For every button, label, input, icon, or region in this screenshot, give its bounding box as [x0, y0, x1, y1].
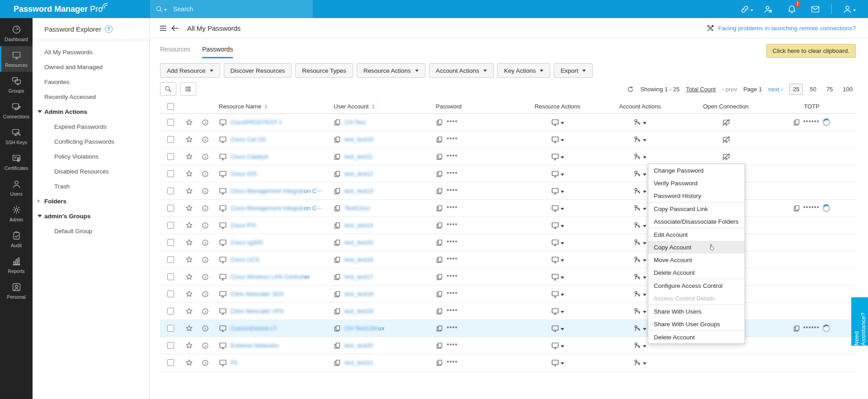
tab-passwords[interactable]: Passwords: [202, 46, 233, 58]
sidebar-item-personal[interactable]: Personal: [0, 278, 33, 304]
account-actions-dropdown[interactable]: [633, 290, 646, 298]
user-account-link[interactable]: CH-Test12lin: [344, 325, 378, 332]
select-all-checkbox[interactable]: [167, 103, 174, 110]
info-icon[interactable]: [202, 359, 209, 366]
menu-item-copy-account[interactable]: Copy Account: [648, 241, 745, 253]
info-icon[interactable]: [202, 256, 209, 263]
info-icon[interactable]: [202, 342, 209, 349]
explorer-item[interactable]: All My Passwords: [33, 45, 149, 60]
user-star-icon[interactable]: [764, 4, 774, 14]
info-icon[interactable]: [202, 136, 209, 143]
explorer-item[interactable]: Disabled Resources: [33, 164, 149, 179]
remote-link-icon[interactable]: [740, 4, 750, 14]
copy-user-icon[interactable]: [334, 291, 341, 298]
menu-item-copy-passcard-link[interactable]: Copy Passcard Link: [648, 202, 745, 215]
row-checkbox[interactable]: [167, 119, 174, 126]
resource-name-link[interactable]: Extreme Networks: [231, 342, 278, 349]
prev-page-button[interactable]: ‹ prev: [722, 86, 737, 93]
copy-user-icon[interactable]: [334, 188, 341, 195]
resource-actions-dropdown[interactable]: [551, 221, 564, 230]
resource-actions-dropdown[interactable]: [551, 239, 564, 247]
user-account-link[interactable]: test_test21: [344, 359, 373, 366]
resource-name-link[interactable]: Cisco Wireless LAN Controll: [231, 273, 304, 280]
account-actions-dropdown[interactable]: [633, 307, 646, 315]
menu-item-edit-account[interactable]: Edit Account: [648, 228, 745, 241]
sidebar-item-certificates[interactable]: Certificates: [0, 149, 33, 175]
sidebar-item-admin[interactable]: Admin: [0, 201, 33, 226]
copy-user-icon[interactable]: [334, 153, 341, 160]
next-page-button[interactable]: next ›: [768, 86, 783, 93]
remote-connections-help-link[interactable]: Facing problems in launching remote conn…: [707, 24, 856, 32]
explorer-item[interactable]: Recently Accessed: [33, 89, 149, 104]
open-connection-icon[interactable]: [722, 153, 730, 161]
explorer-item[interactable]: Trash: [33, 179, 149, 194]
resource-name-link[interactable]: Cisco Catalyst: [231, 153, 268, 160]
sidebar-item-reports[interactable]: Reports: [0, 252, 33, 278]
resource-actions-button[interactable]: Resource Actions: [357, 63, 425, 78]
resource-actions-dropdown[interactable]: [551, 136, 564, 144]
menu-item-move-account[interactable]: Move Account: [648, 253, 745, 266]
row-checkbox[interactable]: [167, 308, 174, 315]
sidebar-item-dashboard[interactable]: Dashboard: [0, 20, 33, 46]
resource-name-link[interactable]: Cisco Cat OS: [231, 136, 266, 143]
tab-resources[interactable]: Resources: [160, 46, 190, 58]
copy-password-icon[interactable]: [436, 325, 443, 332]
resource-actions-dropdown[interactable]: [551, 273, 564, 281]
favorite-star-icon[interactable]: [185, 359, 193, 366]
need-assistance-tab[interactable]: Need Assistance?: [851, 297, 868, 346]
row-checkbox[interactable]: [167, 342, 174, 349]
copy-password-icon[interactable]: [436, 273, 443, 281]
collapse-panel-icon[interactable]: [159, 24, 168, 33]
favorite-star-icon[interactable]: [185, 187, 193, 195]
resource-name-link[interactable]: Citrix Netscaler SDX: [231, 291, 284, 297]
copy-password-icon[interactable]: [436, 239, 443, 246]
account-actions-dropdown[interactable]: [633, 239, 646, 247]
menu-item-configure-access-control[interactable]: Configure Access Control: [648, 279, 745, 292]
user-account-link[interactable]: CH-Test: [344, 119, 366, 126]
row-checkbox[interactable]: [167, 325, 174, 332]
copy-password-icon[interactable]: [436, 170, 443, 178]
favorite-star-icon[interactable]: [185, 307, 193, 315]
favorite-star-icon[interactable]: [185, 290, 193, 298]
sort-user-account[interactable]: ▲▼: [372, 104, 375, 109]
account-actions-dropdown[interactable]: [633, 221, 646, 230]
row-checkbox[interactable]: [167, 205, 174, 211]
user-account-link[interactable]: TestCisco: [344, 205, 370, 211]
account-actions-dropdown[interactable]: [633, 324, 646, 333]
search-scope-caret-icon[interactable]: [164, 9, 167, 12]
user-account-link[interactable]: test_test12: [344, 170, 373, 177]
sidebar-item-connections[interactable]: Connections: [0, 98, 33, 123]
refresh-icon[interactable]: [627, 86, 634, 93]
user-account-link[interactable]: test_test16: [344, 256, 373, 263]
resource-name-link[interactable]: CiscoPRODTEST-1: [231, 119, 282, 126]
resource-name-link[interactable]: Cisco UCS: [231, 256, 259, 263]
resource-actions-dropdown[interactable]: [551, 290, 564, 298]
account-actions-dropdown[interactable]: [633, 256, 646, 264]
explorer-item[interactable]: Expired Passwords: [33, 119, 149, 134]
copy-user-icon[interactable]: [334, 136, 341, 143]
copy-user-icon[interactable]: [334, 170, 341, 178]
resource-actions-dropdown[interactable]: [551, 118, 564, 127]
copy-user-icon[interactable]: [334, 119, 341, 126]
resource-actions-dropdown[interactable]: [551, 170, 564, 178]
menu-item-change-password[interactable]: Change Password: [648, 164, 745, 177]
copy-password-icon[interactable]: [436, 205, 443, 212]
row-checkbox[interactable]: [167, 256, 174, 263]
back-arrow-icon[interactable]: [170, 24, 179, 33]
info-icon[interactable]: [202, 222, 209, 229]
row-checkbox[interactable]: [167, 222, 174, 229]
explorer-item[interactable]: Conflicting Passwords: [33, 134, 149, 149]
resource-actions-dropdown[interactable]: [551, 342, 564, 350]
copy-user-icon[interactable]: [334, 359, 341, 366]
account-actions-dropdown[interactable]: [633, 342, 646, 350]
copy-password-icon[interactable]: [436, 308, 443, 315]
favorite-star-icon[interactable]: [185, 221, 193, 229]
copy-password-icon[interactable]: [436, 188, 443, 195]
resource-name-link[interactable]: Cisco Management Integrati: [231, 205, 304, 211]
resource-actions-dropdown[interactable]: [551, 153, 564, 161]
explorer-item[interactable]: Default Group: [33, 224, 149, 239]
user-account-link[interactable]: test_test14: [344, 222, 373, 229]
user-menu-icon[interactable]: [843, 4, 853, 14]
menu-item-password-history[interactable]: Password History: [648, 189, 745, 202]
account-actions-dropdown[interactable]: [633, 170, 646, 178]
